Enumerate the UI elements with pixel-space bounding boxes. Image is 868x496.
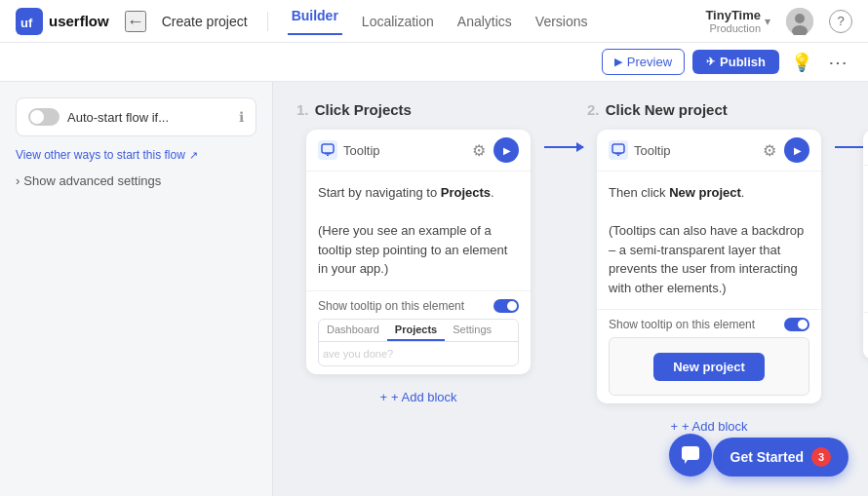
svg-rect-16 [682, 446, 699, 460]
workspace-name: TinyTime [705, 8, 761, 22]
help-button[interactable]: ? [829, 10, 852, 33]
view-other-link[interactable]: View other ways to start this flow ↗ [16, 148, 256, 162]
svg-rect-8 [612, 144, 624, 153]
tab-builder[interactable]: Builder [288, 8, 342, 35]
step-1-gear-button[interactable]: ⚙ [470, 139, 488, 162]
step-2-header: 2. Click New project [587, 101, 728, 118]
autostart-label: Auto-start flow if... [67, 110, 169, 125]
step-1-add-block-button[interactable]: + + Add block [379, 382, 456, 412]
step-1-card: Tooltip ⚙ ▶ Start by navigating to Proje… [306, 130, 531, 374]
step-1-card-actions: ⚙ ▶ [470, 137, 519, 163]
step-2-play-button[interactable]: ▶ [784, 137, 809, 163]
step-1-mock-text: ave you done? [323, 348, 393, 360]
step-1-tooltip-toggle[interactable] [493, 299, 519, 313]
step-3-card-body: Fill in a Name for y... Here you see an … [863, 166, 868, 312]
preview-play-icon: ▶ [614, 56, 622, 68]
step-1-show-tooltip-row: Show tooltip on this element [318, 299, 519, 313]
svg-rect-7 [327, 155, 329, 157]
publish-label: Publish [720, 55, 766, 69]
svg-rect-10 [617, 155, 619, 157]
svg-rect-6 [325, 153, 331, 155]
avatar[interactable] [786, 8, 813, 35]
step-1-title: Click Projects [315, 101, 412, 118]
svg-text:uf: uf [20, 16, 33, 30]
step-3-card-header: Speech bubble [863, 130, 868, 166]
step-1-play-icon: ▶ [503, 145, 511, 156]
step-2-card-body: Then click New project. (Tooltips can al… [597, 172, 821, 309]
step-2-show-tooltip-row: Show tooltip on this element [609, 318, 809, 331]
preview-label: Preview [627, 55, 672, 69]
step-1-play-button[interactable]: ▶ [493, 137, 519, 163]
svg-rect-5 [322, 144, 334, 153]
new-project-mock-button: New project [653, 353, 765, 381]
step-2-type-label: Tooltip [634, 143, 671, 158]
show-advanced-settings[interactable]: › Show advanced settings [16, 173, 256, 188]
autostart-toggle[interactable] [28, 108, 59, 126]
tab-analytics[interactable]: Analytics [454, 14, 516, 29]
step-1-tab-settings[interactable]: Settings [445, 320, 499, 341]
workspace-selector[interactable]: TinyTime Production ▾ [705, 8, 770, 34]
step-2-tooltip-svg [612, 143, 625, 157]
step-1-mock-tabs: Dashboard Projects Settings [319, 320, 518, 342]
autostart-card: Auto-start flow if... ℹ [16, 97, 256, 136]
step-2-add-block-label: + Add block [682, 419, 748, 434]
step-2-gear-button[interactable]: ⚙ [761, 139, 778, 162]
step-1-number: 1. [296, 101, 309, 118]
workspace-env: Production [709, 22, 761, 34]
chat-button[interactable] [669, 434, 712, 477]
step-3-avatar-row: if User fills in this... [863, 312, 868, 360]
step-3-card: Speech bubble Fill in a Name for y... He… [863, 130, 868, 360]
get-started-badge: 3 [811, 447, 831, 467]
step-2-show-tooltip-label: Show tooltip on this element [609, 318, 755, 331]
step-1-mock-app: Dashboard Projects Settings ave you done… [318, 319, 519, 366]
step-2-play-icon: ▶ [794, 145, 802, 156]
back-button[interactable]: ← [125, 11, 146, 32]
step-2-card-footer: Show tooltip on this element New project [597, 309, 821, 403]
show-advanced-label: Show advanced settings [23, 173, 161, 188]
tab-versions[interactable]: Versions [532, 14, 592, 29]
step-1-tab-dashboard[interactable]: Dashboard [319, 320, 387, 341]
step-1-header: 1. Click Projects [296, 101, 412, 118]
page-title: Create project [162, 14, 248, 29]
step-1-type-label: Tooltip [343, 143, 380, 158]
sidebar: Auto-start flow if... ℹ View other ways … [0, 82, 273, 496]
step-2-card-header: Tooltip ⚙ ▶ [597, 130, 821, 172]
arrow-1-2 [540, 101, 587, 148]
step-1-card-body: Start by navigating to Projects. (Here y… [306, 172, 531, 290]
step-2-column: 2. Click New project Tooltip [587, 101, 831, 441]
tooltip-svg [321, 143, 335, 157]
toolbar: ▶ Preview ✈ Publish 💡 ⋯ [0, 43, 868, 82]
step-1-tab-projects[interactable]: Projects [387, 320, 445, 341]
step-1-mock-content: ave you done? [319, 342, 518, 365]
bulb-button[interactable]: 💡 [787, 48, 816, 77]
tooltip-icon [318, 140, 337, 160]
tab-localization[interactable]: Localization [358, 14, 438, 29]
step-1-card-footer: Show tooltip on this element Dashboard P… [306, 290, 531, 374]
step-2-mock-preview: New project [609, 337, 809, 396]
get-started-label: Get Started [730, 449, 804, 465]
chat-icon [680, 444, 701, 466]
svg-point-3 [795, 14, 805, 23]
step-2-tooltip-toggle[interactable] [784, 318, 809, 331]
step-2-card-type: Tooltip [609, 140, 671, 160]
publish-button[interactable]: ✈ Publish [692, 50, 779, 74]
info-icon[interactable]: ℹ [239, 109, 244, 125]
step-1-add-block-label: + Add block [391, 390, 457, 404]
step-2-card-actions: ⚙ ▶ [761, 137, 809, 163]
logo-icon: uf [16, 8, 43, 35]
arrow-line-1-2 [544, 146, 583, 148]
logo-text: userflow [49, 13, 109, 29]
publish-plane-icon: ✈ [706, 56, 715, 68]
preview-button[interactable]: ▶ Preview [602, 49, 685, 75]
get-started-button[interactable]: Get Started 3 [713, 438, 848, 477]
chevron-down-icon: ▾ [765, 15, 770, 28]
chevron-right-icon: › [16, 173, 20, 188]
main-area: Auto-start flow if... ℹ View other ways … [0, 82, 868, 496]
autostart-toggle-wrap: Auto-start flow if... [28, 108, 169, 126]
external-link-icon: ↗ [189, 149, 198, 162]
top-nav: uf userflow ← Create project Builder Loc… [0, 0, 868, 43]
step-2-card: Tooltip ⚙ ▶ Then click New project. (Too… [597, 130, 821, 403]
more-button[interactable]: ⋯ [824, 47, 852, 78]
step-2-title: Click New project [606, 101, 728, 118]
step-2-number: 2. [587, 101, 600, 118]
